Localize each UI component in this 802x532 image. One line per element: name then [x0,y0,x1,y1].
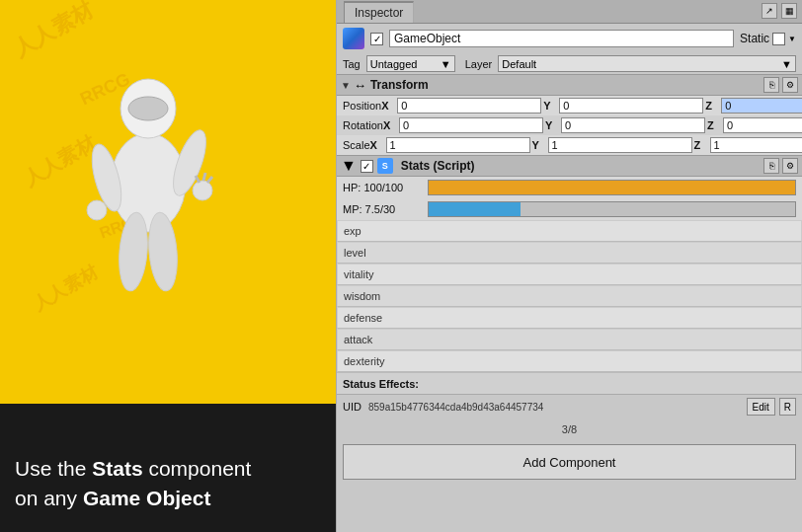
position-z-input[interactable] [721,98,802,114]
gameobject-icon [343,28,364,49]
rotation-x-input[interactable] [399,117,543,133]
status-effects-label: Status Effects: [337,372,802,394]
stat-fields-container: explevelvitalitywisdomdefenseattackdexte… [337,220,802,372]
active-checkbox[interactable]: ✓ [370,33,383,45]
scale-x-label: X [370,139,384,151]
static-row: Static ▼ [740,32,796,45]
hp-label: HP: 100/100 [343,182,422,193]
tag-value: Untagged [370,58,418,70]
svg-point-7 [87,200,107,220]
stats-header: ▼ ✓ S Stats (Script) ⎘ ⚙ [337,155,802,177]
stats-active-checkbox[interactable]: ✓ [361,160,373,173]
promo-stats-bold: Stats [92,457,142,480]
gameobject-name-field[interactable] [389,30,734,47]
toolbar-row: ✓ Static ▼ [337,24,802,53]
position-xyz: X Y Z [381,98,802,114]
tag-dropdown-arrow: ▼ [441,58,451,70]
hp-row: HP: 100/100 [337,177,802,198]
svg-point-8 [193,181,212,200]
layout-icon[interactable]: ▦ [781,3,797,19]
stats-copy-icon[interactable]: ⎘ [763,158,779,174]
stats-collapse-arrow[interactable]: ▼ [341,157,357,175]
transform-component-icons: ⎘ ⚙ [763,77,798,93]
pagination-value: 3/8 [562,423,577,435]
transform-header: ▼ ↔ Transform ⎘ ⚙ [337,74,802,96]
scale-y-label: Y [532,139,546,151]
uid-value: 859a15b4776344cda4b9d43a64457734 [368,402,743,413]
uid-row: UID 859a15b4776344cda4b9d43a64457734 Edi… [337,394,802,418]
tab-bar: Inspector ↗ ▦ [337,0,802,24]
mp-bar-fill [429,202,521,216]
inspector-panel: Inspector ↗ ▦ ✓ Static ▼ Tag Untagged ▼ … [336,0,802,532]
position-z-label: Z [705,100,719,112]
static-dropdown-arrow[interactable]: ▼ [788,35,796,43]
scale-xyz: X Y Z [370,137,802,153]
position-y-input[interactable] [559,98,703,114]
stat-field-exp: exp [337,220,802,242]
mp-label: MP: 7.5/30 [343,203,422,215]
stats-component-icons: ⎘ ⚙ [763,158,798,174]
transform-title: Transform [370,78,763,92]
rotation-z-input[interactable] [723,117,802,133]
promo-line1-suffix: component [148,457,251,480]
scale-x-input[interactable] [386,137,530,153]
promo-text: Use the Stats component on any Game Obje… [15,454,251,512]
rotation-x-label: X [383,119,397,131]
scale-z-input[interactable] [710,137,802,153]
pagination-row: 3/8 [337,418,802,440]
uid-r-button[interactable]: R [779,398,796,416]
inspector-tab[interactable]: Inspector [344,1,414,23]
svg-line-10 [203,173,205,181]
tab-icons: ↗ ▦ [762,3,797,19]
rotation-z-label: Z [707,119,721,131]
layer-dropdown-arrow: ▼ [781,58,792,70]
position-row: Position X Y Z [337,96,802,115]
left-panel: 人人素材 RRCG 人人素材 RRCG 人人素材 [0,0,336,532]
transform-settings-icon[interactable]: ⚙ [782,77,798,93]
scale-y-input[interactable] [548,137,692,153]
svg-point-2 [128,97,168,120]
inspector-tab-label: Inspector [355,6,403,20]
stats-settings-icon[interactable]: ⚙ [782,158,798,174]
rotation-row: Rotation X Y Z [337,115,802,135]
stat-field-attack: attack [337,329,802,350]
layer-value: Default [502,58,536,70]
uid-label: UID [343,401,361,413]
hp-bar-fill [429,181,795,194]
stats-title: Stats (Script) [401,159,760,173]
svg-point-6 [146,211,181,292]
rotation-y-input[interactable] [561,117,705,133]
svg-line-9 [196,176,200,183]
robot-figure [49,30,247,340]
uid-edit-button[interactable]: Edit [747,398,775,416]
static-checkbox[interactable] [772,33,785,45]
scale-row: Scale X Y Z [337,135,802,155]
position-label: Position [343,100,381,112]
position-x-input[interactable] [397,98,541,114]
promo-line2-prefix: on any [15,487,83,509]
layer-select[interactable]: Default ▼ [498,55,796,72]
position-y-label: Y [543,100,557,112]
stat-field-level: level [337,242,802,264]
stat-field-wisdom: wisdom [337,285,802,307]
add-component-button[interactable]: Add Component [343,444,796,480]
rotation-label: Rotation [343,119,383,131]
tag-label: Tag [343,58,361,70]
tag-select[interactable]: Untagged ▼ [366,55,455,72]
layer-label: Layer [465,58,493,70]
hp-bar-track [428,180,796,195]
promo-gameobject-bold: Game Object [83,487,211,509]
maximize-icon[interactable]: ↗ [762,3,777,19]
position-x-label: X [381,100,395,112]
tag-layer-row: Tag Untagged ▼ Layer Default ▼ [337,53,802,74]
mp-bar-track [428,201,796,217]
rotation-xyz: X Y Z [383,117,802,133]
rotation-y-label: Y [545,119,559,131]
scale-z-label: Z [694,139,708,151]
transform-copy-icon[interactable]: ⎘ [763,77,779,93]
svg-line-11 [207,177,212,183]
stat-field-dexterity: dexterity [337,350,802,372]
svg-point-5 [117,211,151,292]
transform-collapse-arrow[interactable]: ▼ [341,80,351,91]
static-label: Static [740,32,769,45]
